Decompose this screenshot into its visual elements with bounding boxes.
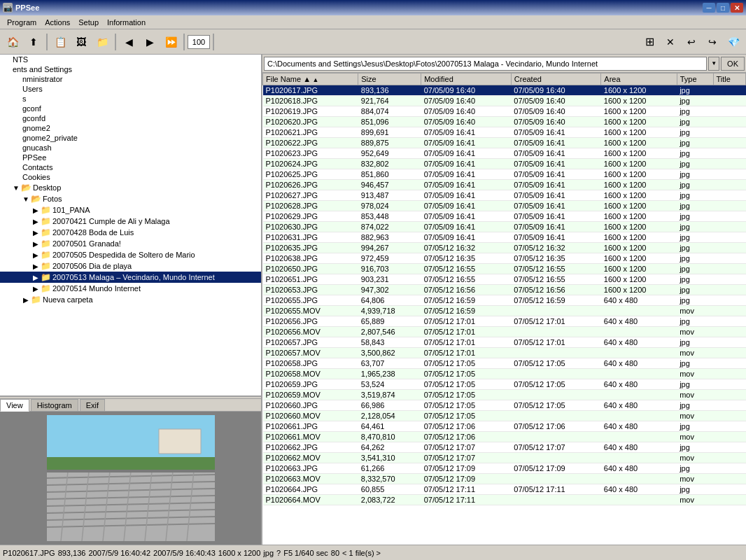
tree-expander[interactable]: ▼ (13, 184, 20, 192)
tree-item[interactable]: NTS (0, 55, 261, 64)
tree-expander[interactable]: ▼ (22, 195, 29, 203)
col-filename[interactable]: File Name ▲ (263, 74, 358, 85)
table-row[interactable]: P1020661.JPG64,46107/05/12 17:0607/05/12… (263, 421, 746, 432)
table-row[interactable]: P1020629.JPG853,44807/05/09 16:4107/05/0… (263, 211, 746, 222)
table-row[interactable]: P1020628.JPG978,02407/05/09 16:4107/05/0… (263, 201, 746, 211)
table-row[interactable]: P1020631.JPG882,96307/05/09 16:4107/05/0… (263, 232, 746, 243)
tab-view[interactable]: View (0, 399, 29, 412)
address-input[interactable] (264, 57, 707, 71)
folder-button[interactable]: 📁 (92, 32, 112, 52)
table-row[interactable]: P1020657.MOV3,500,86207/05/12 17:01mov (263, 348, 746, 358)
table-row[interactable]: P1020627.JPG913,48707/05/09 16:4107/05/0… (263, 190, 746, 201)
tree-item[interactable]: ▶📁101_PANA (0, 204, 261, 216)
table-row[interactable]: P1020624.JPG832,80207/05/09 16:4107/05/0… (263, 159, 746, 169)
redo-button[interactable]: ↪ (703, 32, 722, 52)
table-row[interactable]: P1020626.JPG946,45707/05/09 16:4107/05/0… (263, 180, 746, 190)
tree-item[interactable]: ▼📂Desktop (0, 182, 261, 193)
next-button[interactable]: ▶ (140, 32, 160, 52)
rotate-ccw-button[interactable]: ✕ (661, 32, 680, 52)
table-row[interactable]: P1020663.MOV8,332,57007/05/12 17:09mov (263, 474, 746, 484)
tree-item[interactable]: nministrator (0, 74, 261, 84)
table-row[interactable]: P1020659.JPG53,52407/05/12 17:0507/05/12… (263, 379, 746, 390)
up-button[interactable]: ⬆ (24, 32, 43, 52)
tree-expander[interactable]: ▶ (32, 206, 39, 214)
tree-expander[interactable]: ▶ (32, 274, 39, 281)
minimize-button[interactable]: ─ (703, 3, 715, 13)
fwd-button[interactable]: ⏩ (161, 32, 181, 52)
table-row[interactable]: P1020625.JPG851,86007/05/09 16:4107/05/0… (263, 169, 746, 180)
tree-expander[interactable]: ▶ (22, 296, 29, 304)
table-row[interactable]: P1020618.JPG921,76407/05/09 16:4007/05/0… (263, 96, 746, 106)
menu-information[interactable]: Information (103, 17, 150, 28)
prev-button[interactable]: ◀ (119, 32, 139, 52)
tree-item[interactable]: ▶📁20070428 Boda de Luis (0, 227, 261, 238)
table-row[interactable]: P1020662.JPG64,26207/05/12 17:0707/05/12… (263, 442, 746, 453)
tree-expander[interactable]: ▶ (32, 218, 39, 225)
table-row[interactable]: P1020664.JPG60,85507/05/12 17:1107/05/12… (263, 484, 746, 495)
tree-item[interactable]: ents and Settings (0, 64, 261, 74)
tree-item[interactable]: ▶📁20070514 Mundo Internet (0, 283, 261, 294)
tree-item[interactable]: gnome2 (0, 123, 261, 133)
col-title[interactable]: Title (713, 74, 745, 85)
address-dropdown[interactable]: ▼ (708, 57, 719, 71)
table-row[interactable]: P1020638.JPG972,45907/05/12 16:3507/05/1… (263, 253, 746, 264)
tree-expander[interactable]: ▶ (32, 240, 39, 248)
tree-item[interactable]: ▶📁20070501 Granada! (0, 238, 261, 249)
col-created[interactable]: Created (511, 74, 601, 85)
table-row[interactable]: P1020658.MOV1,965,23807/05/12 17:05mov (263, 369, 746, 379)
table-row[interactable]: P1020656.JPG65,88907/05/12 17:0107/05/12… (263, 316, 746, 327)
tree-expander[interactable]: ▶ (32, 251, 39, 259)
tree-expander[interactable]: ▶ (32, 285, 39, 293)
tree-item[interactable]: ▶📁20070513 Malaga – Vecindario, Mundo In… (0, 272, 261, 283)
table-row[interactable]: P1020655.MOV4,939,71807/05/12 16:59mov (263, 306, 746, 316)
fullscreen-button[interactable]: ⊞ (640, 32, 659, 52)
tree-item[interactable]: PPSee (0, 153, 261, 162)
info-button[interactable]: 💎 (724, 32, 743, 52)
tab-histogram[interactable]: Histogram (31, 399, 78, 411)
table-row[interactable]: P1020660.JPG66,98607/05/12 17:0507/05/12… (263, 400, 746, 411)
table-row[interactable]: P1020661.MOV8,470,81007/05/12 17:06mov (263, 432, 746, 442)
tree-expander[interactable]: ▶ (32, 262, 39, 270)
table-row[interactable]: P1020621.JPG899,69107/05/09 16:4107/05/0… (263, 127, 746, 138)
tree-item[interactable]: ▶📁20070505 Despedida de Soltero de Mario (0, 249, 261, 260)
zoom-input[interactable] (188, 35, 210, 49)
maximize-button[interactable]: □ (717, 3, 729, 13)
table-row[interactable]: P1020657.JPG58,84307/05/12 17:0107/05/12… (263, 337, 746, 348)
tab-exif[interactable]: Exif (80, 399, 105, 411)
table-row[interactable]: P1020623.JPG952,64907/05/09 16:4107/05/0… (263, 148, 746, 159)
tree-item[interactable]: gconf (0, 104, 261, 113)
table-row[interactable]: P1020662.MOV3,541,31007/05/12 17:07mov (263, 453, 746, 463)
home-button[interactable]: 🏠 (3, 32, 22, 52)
tree-item[interactable]: gnucash (0, 143, 261, 153)
table-row[interactable]: P1020659.MOV3,519,87407/05/12 17:05mov (263, 390, 746, 400)
tree-item[interactable]: gnome2_private (0, 133, 261, 143)
copy-button[interactable]: 📋 (50, 32, 70, 52)
col-size[interactable]: Size (358, 74, 421, 85)
table-row[interactable]: P1020622.JPG889,87507/05/09 16:4107/05/0… (263, 138, 746, 148)
menu-actions[interactable]: Actions (41, 17, 74, 28)
table-row[interactable]: P1020663.JPG61,26607/05/12 17:0907/05/12… (263, 463, 746, 474)
table-row[interactable]: P1020653.JPG947,30207/05/12 16:5607/05/1… (263, 285, 746, 295)
table-row[interactable]: P1020651.JPG903,23107/05/12 16:5507/05/1… (263, 274, 746, 285)
menu-setup[interactable]: Setup (74, 17, 103, 28)
tree-expander[interactable]: ▶ (32, 229, 39, 237)
table-row[interactable]: P1020655.JPG64,80607/05/12 16:5907/05/12… (263, 295, 746, 306)
col-modified[interactable]: Modified (421, 74, 512, 85)
tree-item[interactable]: ▶📁Nueva carpeta (0, 294, 261, 305)
tree-item[interactable]: s (0, 94, 261, 104)
table-row[interactable]: P1020660.MOV2,128,05407/05/12 17:05mov (263, 411, 746, 421)
table-row[interactable]: P1020658.JPG63,70707/05/12 17:0507/05/12… (263, 358, 746, 369)
ok-button[interactable]: OK (721, 57, 745, 71)
col-type[interactable]: Type (677, 74, 713, 85)
table-row[interactable]: P1020617.JPG893,13607/05/09 16:4007/05/0… (263, 85, 746, 96)
col-area[interactable]: Area (601, 74, 677, 85)
view-button[interactable]: 🖼 (71, 32, 91, 52)
tree-item[interactable]: Contacts (0, 162, 261, 172)
tree-item[interactable]: Users (0, 84, 261, 94)
table-row[interactable]: P1020635.JPG994,26707/05/12 16:3207/05/1… (263, 243, 746, 253)
table-row[interactable]: P1020650.JPG916,70307/05/12 16:5507/05/1… (263, 264, 746, 274)
tree-item[interactable]: Cookies (0, 172, 261, 182)
table-row[interactable]: P1020630.JPG874,02207/05/09 16:4107/05/0… (263, 222, 746, 232)
table-row[interactable]: P1020619.JPG884,07407/05/09 16:4007/05/0… (263, 106, 746, 117)
tree-item[interactable]: ▼📂Fotos (0, 193, 261, 204)
